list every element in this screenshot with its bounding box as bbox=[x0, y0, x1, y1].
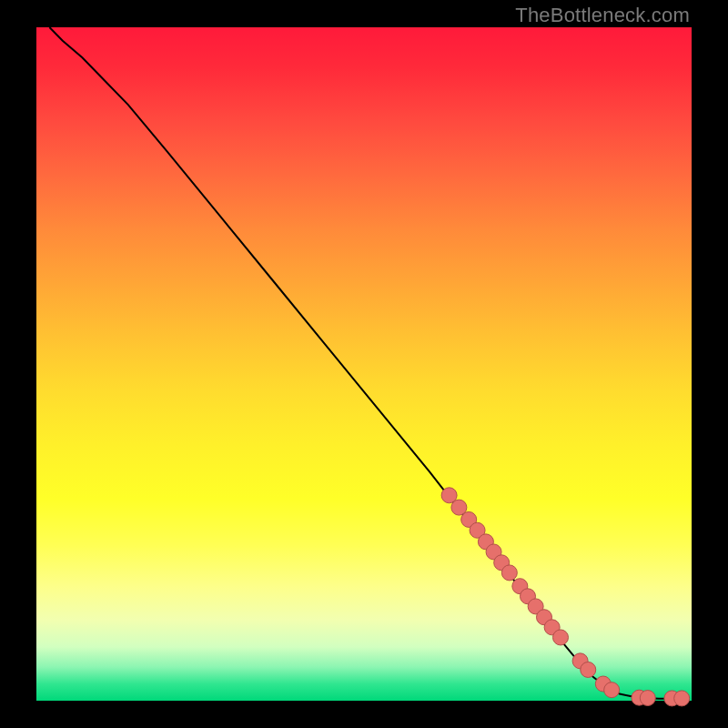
data-point bbox=[604, 682, 620, 698]
chart-frame: TheBottleneck.com bbox=[0, 0, 728, 728]
curve-line bbox=[49, 27, 684, 699]
data-point bbox=[501, 565, 517, 581]
plot-area bbox=[36, 27, 692, 701]
data-markers bbox=[441, 488, 690, 706]
data-point bbox=[674, 691, 690, 706]
chart-overlay bbox=[36, 27, 692, 701]
data-point bbox=[553, 630, 569, 645]
data-point bbox=[640, 691, 655, 706]
attribution-text: TheBottleneck.com bbox=[515, 4, 690, 27]
data-point bbox=[581, 662, 596, 677]
